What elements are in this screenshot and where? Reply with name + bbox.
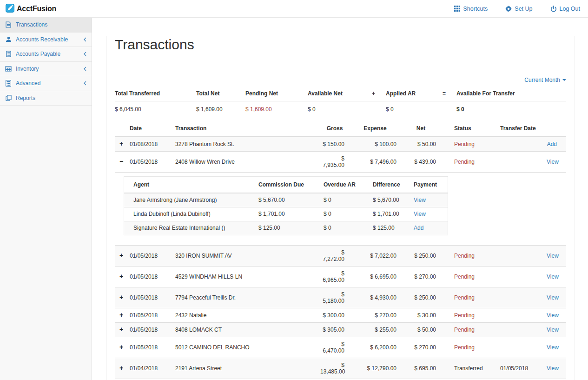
sidebar-item-accounts-receivable[interactable]: Accounts Receivable [0, 33, 92, 47]
cell-transaction: 3278 Phantom Rock St. [175, 137, 320, 152]
payment-action-link[interactable]: View [414, 211, 426, 217]
cell-expense: $ 7,022.00 [349, 246, 401, 267]
cell-net: $ 270.00 [401, 337, 441, 358]
row-action-link[interactable]: Add [547, 141, 557, 147]
agent-detail-row: Agent Commission Due Overdue AR Differen… [115, 173, 566, 246]
cell-expense: $ 100.00 [349, 137, 401, 152]
document-icon [5, 21, 12, 28]
shortcuts-label: Shortcuts [463, 6, 488, 12]
cell-date: 01/05/2018 [130, 287, 175, 308]
col-header-expense: Expense [349, 121, 401, 137]
payment-action-link[interactable]: View [414, 197, 426, 203]
status-badge: Pending [454, 344, 475, 351]
expand-row-icon[interactable]: + [119, 252, 123, 259]
cell-agent: Jane Armstrong (Jane Armstrong) [124, 193, 249, 207]
row-action-link[interactable]: View [547, 273, 559, 280]
cell-net: $ 695.00 [401, 358, 441, 379]
expand-row-icon[interactable]: + [119, 311, 123, 319]
invoice-icon [5, 51, 12, 57]
table-header-row: Date Transaction Gross Expense Net Statu… [115, 121, 566, 137]
setup-link[interactable]: Set Up [505, 6, 532, 12]
status-badge: Pending [454, 141, 475, 147]
cell-gross: $ 6,965.00 [320, 267, 349, 287]
collapse-row-icon[interactable]: − [119, 158, 123, 165]
expand-row-icon[interactable]: + [119, 364, 123, 372]
expand-row-icon[interactable]: + [119, 326, 123, 333]
cell-date: 01/05/2018 [130, 308, 175, 323]
cell-transaction: 320 IRON SUMMIT AV [175, 246, 320, 267]
cell-expense: $ 12,790.00 [349, 358, 401, 379]
chevron-left-icon [84, 67, 86, 71]
cell-transaction: 2432 Natalie [175, 308, 320, 323]
row-action-link[interactable]: View [547, 344, 559, 351]
chevron-left-icon [84, 52, 86, 56]
chevron-left-icon [84, 37, 86, 42]
cell-date: 01/05/2018 [130, 267, 175, 287]
cell-difference: $ 1,701.00 [363, 207, 404, 221]
caret-down-icon [562, 79, 566, 81]
sidebar-item-label: Accounts Payable [16, 51, 60, 57]
row-action-link[interactable]: View [547, 294, 559, 301]
sidebar-item-transactions[interactable]: Transactions [0, 18, 92, 33]
cell-commission-due: $ 5,670.00 [249, 193, 314, 207]
main-content: Transactions Current Month Total Transfe… [92, 18, 588, 380]
cell-gross: $ 305.00 [320, 323, 349, 337]
expand-row-icon[interactable]: + [119, 343, 123, 351]
sidebar-item-label: Reports [16, 95, 35, 101]
shortcuts-link[interactable]: Shortcuts [454, 6, 488, 12]
summary-value-applied-ar: $ 0 [386, 101, 443, 115]
row-action-link[interactable]: View [547, 365, 559, 372]
table-row: + 01/05/2018 5012 CAMINO DEL RANCHO $ 6,… [115, 337, 566, 358]
cell-expense: $ 7,496.00 [349, 152, 401, 173]
cell-transfer-date [500, 337, 547, 358]
cell-transaction: 2191 Artena Street [175, 358, 320, 379]
table-row-expanded: − 01/05/2018 2408 Willow Wren Drive $ 7,… [115, 152, 566, 173]
sidebar-item-label: Accounts Receivable [16, 36, 68, 43]
col-header-commission-due: Commission Due [249, 177, 314, 193]
summary-value-total-net: $ 1,609.00 [196, 101, 245, 115]
sidebar-item-inventory[interactable]: Inventory [0, 62, 92, 77]
cell-expense: $ 270.00 [349, 308, 401, 323]
summary-value-total-transferred: $ 6,045.00 [115, 101, 196, 115]
logout-label: Log Out [560, 6, 580, 12]
table-row: + 01/05/2018 320 IRON SUMMIT AV $ 7,272.… [115, 246, 566, 267]
col-header-status: Status [441, 121, 500, 137]
cell-transfer-date [500, 246, 547, 267]
cell-commission-due: $ 125.00 [249, 221, 314, 235]
cell-difference: $ 5,670.00 [363, 193, 404, 207]
user-icon [5, 36, 12, 42]
table-row: + 01/05/2018 2432 Natalie $ 300.00 $ 270… [115, 308, 566, 323]
period-selector-dropdown[interactable]: Current Month [524, 77, 566, 83]
row-action-link[interactable]: View [547, 327, 559, 333]
cell-net: $ 30.00 [401, 308, 441, 323]
cell-net: $ 439.00 [401, 152, 441, 173]
expand-row-icon[interactable]: + [119, 293, 123, 301]
cell-transfer-date [500, 287, 547, 308]
gear-icon [505, 6, 512, 12]
cell-net: $ 50.00 [401, 137, 441, 152]
setup-label: Set Up [515, 6, 532, 12]
logout-link[interactable]: Log Out [550, 6, 580, 12]
brand-name: AcctFusion [17, 5, 56, 13]
grid-icon [454, 6, 460, 12]
agent-table: Agent Commission Due Overdue AR Differen… [124, 177, 448, 235]
status-badge: Pending [454, 312, 475, 319]
expand-row-icon[interactable]: + [119, 140, 123, 147]
summary-label-available-net: Available Net [308, 88, 372, 101]
table-row: + 01/05/2018 8408 LOMACK CT $ 305.00 $ 2… [115, 323, 566, 337]
sidebar-item-accounts-payable[interactable]: Accounts Payable [0, 47, 92, 62]
row-action-link[interactable]: View [547, 159, 559, 165]
brand-logo[interactable]: AcctFusion [6, 4, 56, 14]
row-action-link[interactable]: View [547, 312, 559, 319]
cell-transaction: 4529 WINDHAM HILLS LN [175, 267, 320, 287]
top-nav: Shortcuts Set Up Log Out [454, 6, 580, 12]
payment-action-link[interactable]: Add [414, 225, 423, 231]
sidebar-item-label: Transactions [16, 21, 47, 28]
sidebar-item-reports[interactable]: Reports [0, 91, 92, 106]
row-action-link[interactable]: View [547, 253, 559, 259]
sidebar-item-advanced[interactable]: Advanced [0, 76, 92, 91]
table-row: + 01/05/2018 4529 WINDHAM HILLS LN $ 6,9… [115, 267, 566, 287]
expand-row-icon[interactable]: + [119, 273, 123, 280]
col-header-transaction: Transaction [175, 121, 320, 137]
status-badge: Pending [454, 327, 475, 333]
